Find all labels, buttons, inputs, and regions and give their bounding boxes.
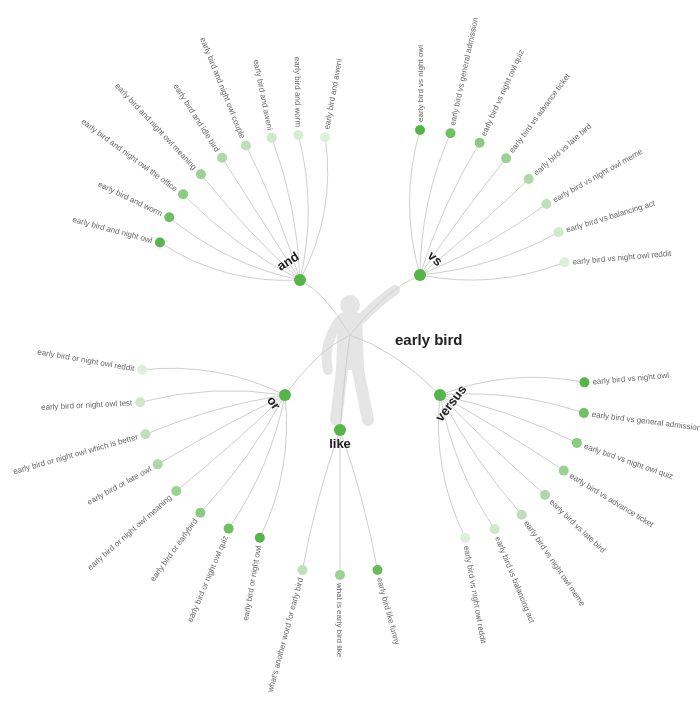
leaf-label: early bird or late owl: [86, 464, 153, 506]
leaf-dot[interactable]: [572, 438, 582, 448]
leaf-label: early bird or earlybird: [148, 517, 199, 583]
branch: [420, 262, 564, 280]
leaf-dot[interactable]: [579, 408, 589, 418]
category-label-and: and: [274, 248, 302, 273]
leaf-label: early bird and worm: [97, 180, 165, 219]
person-silhouette: [327, 290, 396, 420]
leaf-label: early bird or night owl: [241, 545, 263, 622]
leaf-label: early bird and aweni: [251, 59, 274, 131]
leaf-label: early bird vs night owl reddit: [572, 249, 672, 267]
leaf-label: early bird and night owl: [71, 215, 153, 245]
category-dot-and[interactable]: [294, 274, 306, 286]
leaf-label: early bird or night owl quiz: [186, 534, 230, 623]
leaf-dot[interactable]: [217, 153, 227, 163]
leaf-dot[interactable]: [541, 199, 551, 209]
leaf-dot[interactable]: [501, 153, 511, 163]
category-dot-vs[interactable]: [414, 269, 426, 281]
category-label-versus: versus: [432, 382, 469, 424]
leaf-dot[interactable]: [293, 130, 303, 140]
leaf-label: early bird vs night owl meme: [551, 147, 644, 205]
keyword-sunburst: andearly bird and night owlearly bird an…: [0, 0, 700, 701]
leaf-label: what is early bird like: [335, 582, 344, 658]
leaf-dot[interactable]: [195, 508, 205, 518]
leaf-dot[interactable]: [320, 132, 330, 142]
leaf-dot[interactable]: [524, 174, 534, 184]
leaf-dot[interactable]: [171, 486, 181, 496]
leaf-dot[interactable]: [446, 128, 456, 138]
leaf-label: what's another word for early bird: [266, 577, 306, 694]
leaf-dot[interactable]: [140, 429, 150, 439]
leaf-dot[interactable]: [178, 189, 188, 199]
center-label: early bird: [395, 331, 463, 348]
leaf-label: early bird vs night owl meme: [522, 519, 587, 608]
branch: [229, 395, 285, 529]
leaf-label: early bird vs balancing act: [565, 198, 657, 234]
branch: [158, 395, 285, 464]
leaf-label: early bird or night owl reddit: [37, 347, 136, 373]
leaf-label: early bird like funny: [375, 577, 402, 646]
leaf-dot[interactable]: [554, 227, 564, 237]
leaf-label: early bird vs night owl quiz: [479, 48, 526, 137]
leaf-label: early bird or night owl which is better: [12, 432, 139, 476]
branch: [140, 391, 285, 403]
leaf-dot[interactable]: [475, 138, 485, 148]
leaf-label: early bird vs general admission: [448, 17, 480, 127]
leaf-dot[interactable]: [460, 533, 470, 543]
leaf-dot[interactable]: [255, 533, 265, 543]
leaf-label: early bird vs late bird: [548, 497, 608, 554]
leaf-dot[interactable]: [579, 377, 589, 387]
leaf-dot[interactable]: [559, 257, 569, 267]
branch: [410, 130, 421, 275]
leaf-dot[interactable]: [267, 133, 277, 143]
leaf-dot[interactable]: [224, 524, 234, 534]
leaf-label: early bird and worm: [293, 57, 303, 128]
branch: [440, 395, 545, 495]
leaf-dot[interactable]: [196, 169, 206, 179]
leaf-dot[interactable]: [153, 459, 163, 469]
leaf-label: early bird vs balancing act: [493, 535, 536, 625]
leaf-label: early bird vs night owl: [592, 371, 670, 387]
leaf-label: early bird or night owl test: [41, 398, 133, 412]
leaf-dot[interactable]: [559, 466, 569, 476]
branch: [302, 430, 340, 570]
category-label-like: like: [329, 436, 351, 451]
leaf-label: early bird and idle bird: [171, 82, 221, 153]
branch: [340, 430, 378, 570]
leaf-dot[interactable]: [335, 570, 345, 580]
leaf-label: early bird vs night owl reddit: [462, 545, 488, 645]
leaf-label: early bird vs night owl quiz: [583, 442, 675, 481]
leaf-dot[interactable]: [490, 524, 500, 534]
leaf-dot[interactable]: [135, 397, 145, 407]
leaf-dot[interactable]: [155, 237, 165, 247]
leaf-label: early bird vs late bird: [532, 122, 593, 178]
leaf-label: early bird and aweni: [322, 58, 343, 130]
branch: [200, 395, 285, 513]
leaf-dot[interactable]: [373, 565, 383, 575]
leaf-label: early bird vs advance ticket: [568, 471, 656, 529]
leaf-dot[interactable]: [517, 510, 527, 520]
leaf-label: early bird vs night owl: [416, 45, 425, 122]
category-dot-like[interactable]: [334, 424, 346, 436]
leaf-dot[interactable]: [164, 212, 174, 222]
leaf-label: early bird vs general admission: [591, 410, 700, 433]
branch: [298, 135, 308, 280]
leaf-dot[interactable]: [241, 140, 251, 150]
leaf-dot[interactable]: [415, 125, 425, 135]
leaf-dot[interactable]: [540, 490, 550, 500]
leaf-dot[interactable]: [137, 365, 147, 375]
leaf-dot[interactable]: [297, 565, 307, 575]
